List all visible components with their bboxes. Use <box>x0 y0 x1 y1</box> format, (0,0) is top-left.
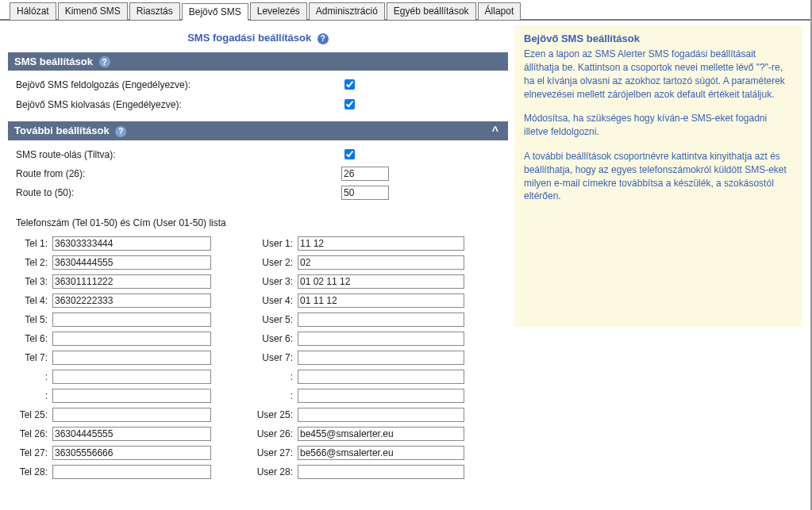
tel-label: Tel 25: <box>14 409 52 420</box>
help-icon[interactable]: ? <box>99 56 110 67</box>
checkbox-inbound-reading[interactable] <box>344 99 355 109</box>
tel-input[interactable] <box>52 370 211 384</box>
tab-h-l-zat[interactable]: Hálózat <box>10 2 56 20</box>
tab-kimen-sms[interactable]: Kimenő SMS <box>58 2 128 20</box>
user-input[interactable] <box>298 408 464 422</box>
tab--llapot[interactable]: Állapot <box>478 2 521 20</box>
label-route-from: Route from (26): <box>16 168 341 179</box>
tel-input[interactable] <box>52 389 211 403</box>
tab-riaszt-s[interactable]: Riasztás <box>129 2 180 20</box>
tel-user-row: Tel 2:User 2: <box>14 255 502 270</box>
user-input[interactable] <box>298 427 464 441</box>
tel-input[interactable] <box>52 313 211 327</box>
user-input[interactable] <box>298 370 464 384</box>
tel-input[interactable] <box>52 408 211 422</box>
tel-label: Tel 26: <box>14 428 52 439</box>
checkbox-inbound-processing[interactable] <box>344 79 355 90</box>
help-paragraph: Módosítsa, ha szükséges hogy kíván-e SMS… <box>524 112 793 139</box>
tel-user-row: Tel 28:User 28: <box>14 465 502 479</box>
tel-input[interactable] <box>52 427 211 441</box>
tel-label: Tel 3: <box>14 276 52 287</box>
tel-user-row: :: <box>14 370 502 384</box>
help-paragraph: A további beállítások csoportnévre katti… <box>524 150 793 203</box>
tel-input[interactable] <box>52 446 211 460</box>
tel-label: Tel 5: <box>14 314 52 325</box>
input-route-from[interactable] <box>341 167 389 181</box>
tel-input[interactable] <box>52 293 211 308</box>
user-label: User 7: <box>255 352 298 363</box>
user-input[interactable] <box>298 274 464 289</box>
user-input[interactable] <box>298 446 464 460</box>
tel-label: Tel 28: <box>14 466 52 477</box>
help-title: Bejövő SMS beállítások <box>524 32 793 46</box>
user-input[interactable] <box>298 332 464 346</box>
section-additional-settings-header[interactable]: További beállítások ? ^ <box>8 121 508 140</box>
user-input[interactable] <box>298 389 464 403</box>
user-label: User 3: <box>255 276 298 287</box>
tel-user-row: Tel 27:User 27: <box>14 446 502 460</box>
tab-levelez-s[interactable]: Levelezés <box>250 2 307 20</box>
label-inbound-reading: Bejövő SMS kiolvasás (Engedélyezve): <box>16 99 341 110</box>
tab-bej-v-sms[interactable]: Bejövő SMS <box>182 3 248 21</box>
user-label: User 28: <box>255 466 298 477</box>
user-label: User 25: <box>255 409 298 420</box>
tel-label: Tel 1: <box>14 238 52 249</box>
label-sms-route: SMS route-olás (Tiltva): <box>16 149 341 160</box>
user-input[interactable] <box>298 313 464 327</box>
help-panel: Bejövő SMS beállítások Ezen a lapon az S… <box>514 25 802 327</box>
tel-user-row: Tel 4:User 4: <box>14 293 502 308</box>
tel-user-row: Tel 1:User 1: <box>14 236 502 251</box>
collapse-toggle-icon[interactable]: ^ <box>489 125 502 137</box>
tel-label: Tel 27: <box>14 447 52 458</box>
tel-user-row: Tel 25:User 25: <box>14 408 502 422</box>
user-input[interactable] <box>298 351 464 365</box>
user-label: User 1: <box>255 238 298 249</box>
help-icon[interactable]: ? <box>317 33 329 44</box>
help-icon[interactable]: ? <box>115 126 126 137</box>
tel-user-row: Tel 3:User 3: <box>14 274 502 289</box>
user-input[interactable] <box>298 293 464 308</box>
tel-input[interactable] <box>52 236 211 251</box>
user-label: : <box>255 371 298 382</box>
tel-input[interactable] <box>52 274 211 289</box>
user-label: User 5: <box>255 314 298 325</box>
section-title: További beállítások <box>14 125 110 136</box>
tel-label: : <box>14 390 52 401</box>
tel-user-row: Tel 7:User 7: <box>14 351 502 365</box>
page-title: SMS fogadási beállítások ? <box>8 25 508 52</box>
section-sms-settings-header[interactable]: SMS beállítások ? <box>8 52 508 71</box>
user-label: User 26: <box>255 428 298 439</box>
tel-input[interactable] <box>52 465 211 479</box>
checkbox-sms-route[interactable] <box>344 149 355 159</box>
user-input[interactable] <box>298 465 464 479</box>
tab-bar: HálózatKimenő SMSRiasztásBejövő SMSLevel… <box>0 0 810 21</box>
user-input[interactable] <box>298 236 464 251</box>
help-paragraph: Ezen a lapon az SMS Alerter SMS fogadási… <box>524 48 793 101</box>
label-route-to: Route to (50): <box>16 187 341 198</box>
section-title: SMS beállítások <box>14 56 93 67</box>
tel-label: Tel 2: <box>14 257 52 268</box>
tel-user-list-header: Telefonszám (Tel 01-50) és Cím (User 01-… <box>16 217 502 228</box>
tel-label: : <box>14 371 52 382</box>
input-route-to[interactable] <box>341 186 389 200</box>
user-input[interactable] <box>298 255 464 270</box>
user-label: User 27: <box>255 447 298 458</box>
tel-user-row: :: <box>14 389 502 403</box>
user-label: User 6: <box>255 333 298 344</box>
tel-input[interactable] <box>52 255 211 270</box>
tab-adminisztr-ci-[interactable]: Adminisztráció <box>309 2 385 20</box>
tel-user-row: Tel 26:User 26: <box>14 427 502 441</box>
tel-label: Tel 6: <box>14 333 52 344</box>
tel-user-row: Tel 5:User 5: <box>14 313 502 327</box>
tel-user-row: Tel 6:User 6: <box>14 332 502 346</box>
tab-egy-b-be-ll-t-sok[interactable]: Egyéb beállítások <box>387 2 476 20</box>
tel-label: Tel 7: <box>14 352 52 363</box>
tel-input[interactable] <box>52 351 211 365</box>
user-label: User 2: <box>255 257 298 268</box>
user-label: : <box>255 390 298 401</box>
tel-label: Tel 4: <box>14 295 52 306</box>
user-label: User 4: <box>255 295 298 306</box>
tel-input[interactable] <box>52 332 211 346</box>
label-inbound-processing: Bejövő SMS feldolgozás (Engedélyezve): <box>16 79 341 90</box>
